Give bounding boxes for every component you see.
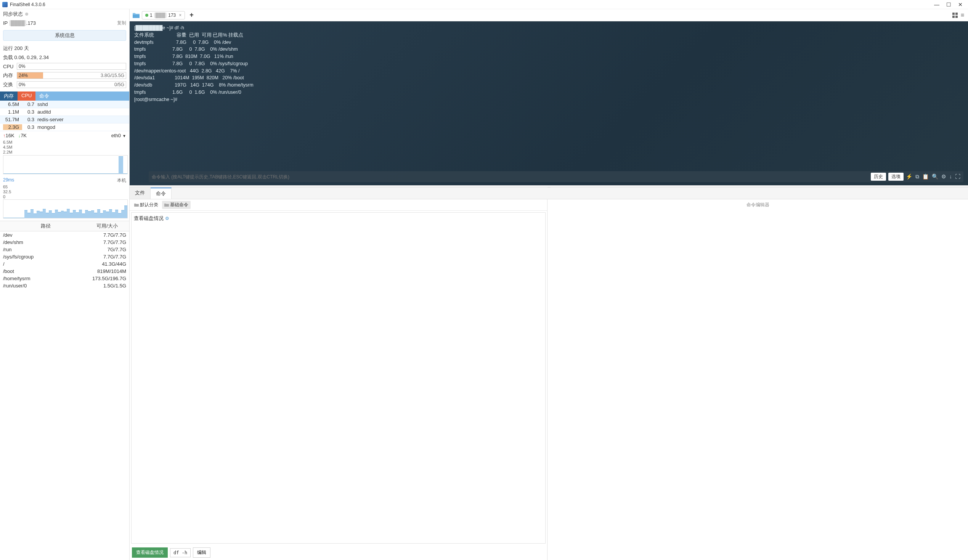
command-text: df -h — [170, 548, 191, 557]
disk-row[interactable]: /run7G/7.7G — [0, 246, 129, 253]
command-editor-title: 命令编辑器 — [549, 201, 966, 209]
close-button[interactable]: ✕ — [958, 2, 963, 8]
disk-row[interactable]: /dev/shm7.7G/7.7G — [0, 239, 129, 246]
bottom-tab-file[interactable]: 文件 — [129, 187, 151, 199]
disk-table-header: 路径 可用/大小 — [0, 221, 129, 231]
svg-rect-3 — [955, 16, 958, 18]
command-list: 查看磁盘情况 ⚙ — [131, 212, 545, 543]
cpu-meter: 0% — [17, 63, 126, 70]
swap-label: 交换 — [3, 81, 15, 88]
folder-icon — [134, 203, 139, 207]
download-icon[interactable]: ↓ — [949, 173, 952, 181]
swap-percent: 0% — [19, 82, 25, 87]
network-chart: 6.5M 4.5M 2.2M — [3, 140, 128, 174]
cpu-percent: 0% — [19, 64, 25, 69]
download-rate: 7K — [21, 133, 27, 138]
ip-suffix: .173 — [26, 20, 36, 26]
copy-ip-button[interactable]: 复制 — [117, 20, 126, 26]
titlebar: FinalShell 4.3.0.6 — ☐ ✕ — [0, 0, 968, 9]
process-tab-mem[interactable]: 内存 — [0, 91, 18, 101]
process-row[interactable]: 6.5M 0.7 sshd — [0, 101, 129, 108]
command-input[interactable] — [152, 174, 869, 179]
new-tab-button[interactable]: + — [186, 11, 197, 19]
svg-rect-1 — [955, 13, 958, 15]
disk-list: /dev7.7G/7.7G/dev/shm7.7G/7.7G/run7G/7.7… — [0, 231, 129, 289]
ip-label: IP — [3, 20, 8, 26]
chevron-down-icon: ▼ — [123, 134, 126, 138]
sync-status-dot — [25, 13, 28, 16]
category-default[interactable]: 默认分类 — [132, 201, 161, 209]
load-text: 负载 0.06, 0.29, 2.34 — [0, 53, 129, 62]
upload-rate: 16K — [6, 133, 15, 138]
folder-icon[interactable] — [132, 12, 140, 19]
swap-meter: 0% 0/5G — [17, 81, 126, 88]
command-editor-pane: 命令编辑器 — [547, 199, 968, 560]
gear-icon[interactable]: ⚙ — [941, 173, 946, 181]
fullscreen-icon[interactable]: ⛶ — [955, 173, 960, 181]
menu-icon[interactable]: ≡ — [961, 12, 964, 19]
mem-meter: 24% 3.8G/15.5G — [17, 72, 126, 79]
system-info-button[interactable]: 系统信息 — [3, 30, 126, 41]
latency-host: 本机 — [117, 177, 126, 184]
paste-icon[interactable]: 📋 — [922, 173, 929, 181]
command-input-bar: 历史 选项 ⚡ ⧉ 📋 🔍 ⚙ ↓ ⛶ — [149, 171, 963, 182]
swap-detail: 0/5G — [114, 82, 124, 87]
svg-rect-2 — [952, 16, 955, 18]
category-basic[interactable]: 基础命令 — [162, 201, 191, 209]
mem-percent: 24% — [19, 73, 28, 78]
disk-row[interactable]: /run/user/01.5G/1.5G — [0, 282, 129, 289]
sidebar: 同步状态 IP ████ .173 复制 系统信息 运行 200 天 负载 0.… — [0, 9, 129, 560]
app-title: FinalShell 4.3.0.6 — [10, 2, 934, 7]
cpu-label: CPU — [3, 64, 15, 70]
maximize-button[interactable]: ☐ — [946, 2, 951, 8]
process-row[interactable]: 51.7M 0.3 redis-server — [0, 116, 129, 124]
process-row[interactable]: 2.3G 0.3 mongod — [0, 124, 129, 131]
grid-view-icon[interactable] — [952, 13, 958, 18]
terminal[interactable]: [████████e ~]# df -h 文件系统 容量 已用 可用 已用% 挂… — [129, 22, 968, 185]
minimize-button[interactable]: — — [934, 2, 940, 8]
execute-command-button[interactable]: 查看磁盘情况 — [132, 547, 168, 558]
app-icon — [2, 2, 8, 7]
edit-command-button[interactable]: 编辑 — [193, 547, 211, 558]
network-interface-select[interactable]: eth0▼ — [111, 133, 126, 138]
close-tab-button[interactable]: × — [179, 13, 181, 18]
process-tab-cmd[interactable]: 命令 — [35, 91, 129, 101]
disk-row[interactable]: /41.3G/44G — [0, 260, 129, 268]
disk-row[interactable]: /sys/fs/cgroup7.7G/7.7G — [0, 253, 129, 260]
copy-icon[interactable]: ⧉ — [915, 173, 919, 181]
connection-tabbar: 1 ███ 173 × + ≡ — [129, 9, 968, 22]
connection-status-dot — [145, 14, 148, 17]
mem-label: 内存 — [3, 72, 15, 79]
sync-status-label: 同步状态 — [3, 11, 23, 18]
process-tab-cpu[interactable]: CPU — [18, 91, 35, 101]
bolt-icon[interactable]: ⚡ — [906, 173, 912, 181]
command-list-item[interactable]: 查看磁盘情况 ⚙ — [134, 215, 543, 222]
latency-value: 29ms — [3, 177, 14, 184]
connection-tab[interactable]: 1 ███ 173 × — [142, 11, 185, 20]
gear-icon[interactable]: ⚙ — [165, 216, 169, 221]
latency-chart: 65 32.5 0 — [3, 184, 128, 219]
ip-masked: ████ — [9, 20, 26, 26]
process-list: 6.5M 0.7 sshd 1.1M 0.3 auditd 51.7M 0.3 … — [0, 101, 129, 131]
bottom-tab-cmd[interactable]: 命令 — [151, 187, 172, 199]
search-icon[interactable]: 🔍 — [932, 173, 938, 181]
disk-row[interactable]: /boot819M/1014M — [0, 268, 129, 275]
process-row[interactable]: 1.1M 0.3 auditd — [0, 108, 129, 116]
svg-rect-0 — [952, 13, 955, 15]
uptime-text: 运行 200 天 — [0, 44, 129, 53]
mem-detail: 3.8G/15.5G — [101, 73, 124, 78]
disk-row[interactable]: /home/tysrm173.5G/196.7G — [0, 275, 129, 282]
history-button[interactable]: 历史 — [871, 173, 886, 181]
disk-row[interactable]: /dev7.7G/7.7G — [0, 231, 129, 239]
options-button[interactable]: 选项 — [888, 173, 903, 181]
folder-icon — [164, 203, 169, 207]
